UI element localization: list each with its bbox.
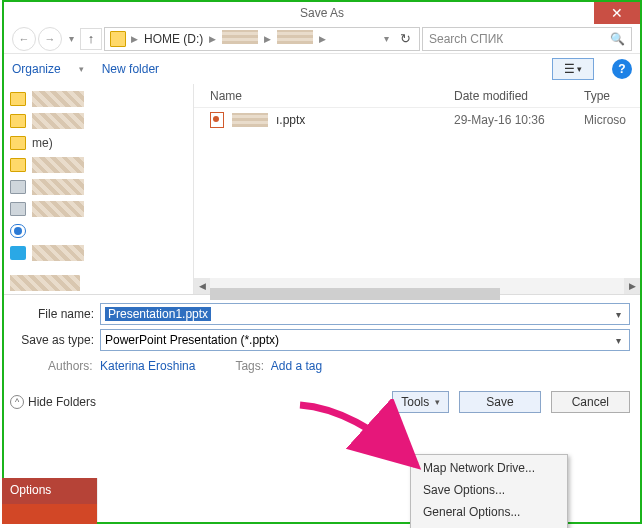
hide-folders-button[interactable]: ^ Hide Folders xyxy=(10,395,96,409)
file-name-label: File name: xyxy=(14,307,94,321)
sidebar-item[interactable] xyxy=(10,198,187,220)
file-date: 29-May-16 10:36 xyxy=(454,113,584,127)
save-form: File name: Presentation1.pptx ▾ Save as … xyxy=(4,295,640,383)
chevron-right-icon: ▶ xyxy=(129,34,140,44)
column-header-type[interactable]: Type xyxy=(584,89,640,103)
help-icon: ? xyxy=(618,62,625,76)
arrow-up-icon: ↑ xyxy=(88,31,95,46)
recent-locations-button[interactable]: ▾ xyxy=(64,27,78,51)
menu-save-options[interactable]: Save Options... xyxy=(411,479,567,501)
sidebar-item[interactable] xyxy=(10,220,187,242)
chevron-right-icon: ▶ xyxy=(317,34,328,44)
search-icon: 🔍 xyxy=(610,32,625,46)
refresh-button[interactable]: ↻ xyxy=(393,27,417,51)
refresh-icon: ↻ xyxy=(400,31,411,46)
sidebar-item[interactable] xyxy=(10,242,187,264)
breadcrumb-dropdown[interactable]: ▾ xyxy=(379,27,393,51)
authors-value[interactable]: Katerina Eroshina xyxy=(100,359,195,373)
save-as-type-value: PowerPoint Presentation (*.pptx) xyxy=(105,333,279,347)
breadcrumb[interactable]: ▶ HOME (D:) ▶ ▶ ▶ ▾ ↻ xyxy=(104,27,420,51)
breadcrumb-segment[interactable] xyxy=(218,30,262,47)
help-button[interactable]: ? xyxy=(612,59,632,79)
sidebar-nav: me) ◉ xyxy=(4,84,194,294)
app-icon xyxy=(10,246,26,260)
authors-label: Authors: xyxy=(48,359,93,373)
arrow-left-icon: ← xyxy=(19,33,30,45)
redacted-label xyxy=(32,179,84,195)
cloud-icon xyxy=(10,224,26,238)
chevron-right-icon: ▶ xyxy=(207,34,218,44)
sidebar-item-label: me) xyxy=(32,136,53,150)
powerpoint-accent-bar xyxy=(2,504,97,524)
search-input[interactable]: Search СПИК 🔍 xyxy=(422,27,632,51)
window-titlebar: Save As ✕ xyxy=(4,2,640,24)
drive-icon xyxy=(10,202,26,216)
redacted-label xyxy=(32,91,84,107)
pptx-file-icon xyxy=(210,112,224,128)
footer-button-row: ^ Hide Folders Tools ▾ Save Cancel xyxy=(4,383,640,419)
chevron-down-icon: ▾ xyxy=(435,397,440,407)
sidebar-item[interactable] xyxy=(10,272,187,294)
save-as-type-label: Save as type: xyxy=(14,333,94,347)
chevron-down-icon: ▾ xyxy=(611,309,625,320)
file-name-input[interactable]: Presentation1.pptx ▾ xyxy=(100,303,630,325)
column-header-date[interactable]: Date modified xyxy=(454,89,584,103)
folder-icon xyxy=(10,114,26,128)
column-header-name[interactable]: Name xyxy=(194,89,454,103)
view-icon: ☰ xyxy=(564,62,575,76)
tools-label: Tools xyxy=(401,395,429,409)
file-row[interactable]: ı.pptx 29-May-16 10:36 Microso xyxy=(194,108,640,132)
sidebar-item[interactable]: me) xyxy=(10,132,187,154)
folder-icon xyxy=(10,158,26,172)
folder-icon xyxy=(10,136,26,150)
chevron-down-icon: ▾ xyxy=(79,64,84,74)
file-name: ı.pptx xyxy=(276,113,305,127)
redacted-label xyxy=(32,157,84,173)
window-title: Save As xyxy=(300,6,344,20)
chevron-right-icon: ▶ xyxy=(262,34,273,44)
horizontal-scrollbar[interactable]: ◀ ▶ xyxy=(194,278,640,294)
scroll-thumb[interactable] xyxy=(210,288,500,300)
organize-button[interactable]: Organize xyxy=(12,62,61,76)
scroll-right-button[interactable]: ▶ xyxy=(624,278,640,294)
sidebar-item[interactable] xyxy=(10,176,187,198)
forward-button[interactable]: → xyxy=(38,27,62,51)
toolbar: Organize ▾ New folder ☰ ▾ ? xyxy=(4,54,640,84)
new-folder-button[interactable]: New folder xyxy=(102,62,159,76)
chevron-up-icon: ^ xyxy=(10,395,24,409)
sidebar-item[interactable] xyxy=(10,88,187,110)
file-type: Microso xyxy=(584,113,640,127)
nav-row: ← → ▾ ↑ ▶ HOME (D:) ▶ ▶ ▶ ▾ ↻ Search СПИ… xyxy=(4,24,640,54)
sidebar-item[interactable] xyxy=(10,110,187,132)
tags-label: Tags: xyxy=(235,359,264,373)
content-area: me) ◉ Name Date modified Type ı.pptx 29-… xyxy=(4,84,640,294)
menu-compress-pictures[interactable]: Compress Pictures... xyxy=(411,523,567,528)
view-options-button[interactable]: ☰ ▾ xyxy=(552,58,594,80)
redacted-label xyxy=(32,245,84,261)
menu-general-options[interactable]: General Options... xyxy=(411,501,567,523)
arrow-right-icon: → xyxy=(45,33,56,45)
hide-folders-label: Hide Folders xyxy=(28,395,96,409)
tags-value[interactable]: Add a tag xyxy=(271,359,322,373)
search-placeholder: Search СПИК xyxy=(429,32,503,46)
tools-button[interactable]: Tools ▾ xyxy=(392,391,449,413)
redacted-label xyxy=(232,113,268,127)
sidebar-item[interactable] xyxy=(10,154,187,176)
breadcrumb-segment[interactable]: HOME (D:) xyxy=(140,32,207,46)
window-close-button[interactable]: ✕ xyxy=(594,2,640,24)
save-button[interactable]: Save xyxy=(459,391,540,413)
menu-map-network-drive[interactable]: Map Network Drive... xyxy=(411,457,567,479)
options-tab[interactable]: Options xyxy=(2,478,97,504)
scroll-left-button[interactable]: ◀ xyxy=(194,278,210,294)
save-as-type-select[interactable]: PowerPoint Presentation (*.pptx) ▾ xyxy=(100,329,630,351)
folder-icon xyxy=(10,92,26,106)
file-list-header: Name Date modified Type xyxy=(194,84,640,108)
up-button[interactable]: ↑ xyxy=(80,28,102,50)
drive-icon xyxy=(10,180,26,194)
close-icon: ✕ xyxy=(611,5,623,21)
chevron-down-icon: ▾ xyxy=(611,335,625,346)
redacted-label xyxy=(32,201,84,217)
back-button[interactable]: ← xyxy=(12,27,36,51)
breadcrumb-segment[interactable] xyxy=(273,30,317,47)
cancel-button[interactable]: Cancel xyxy=(551,391,630,413)
